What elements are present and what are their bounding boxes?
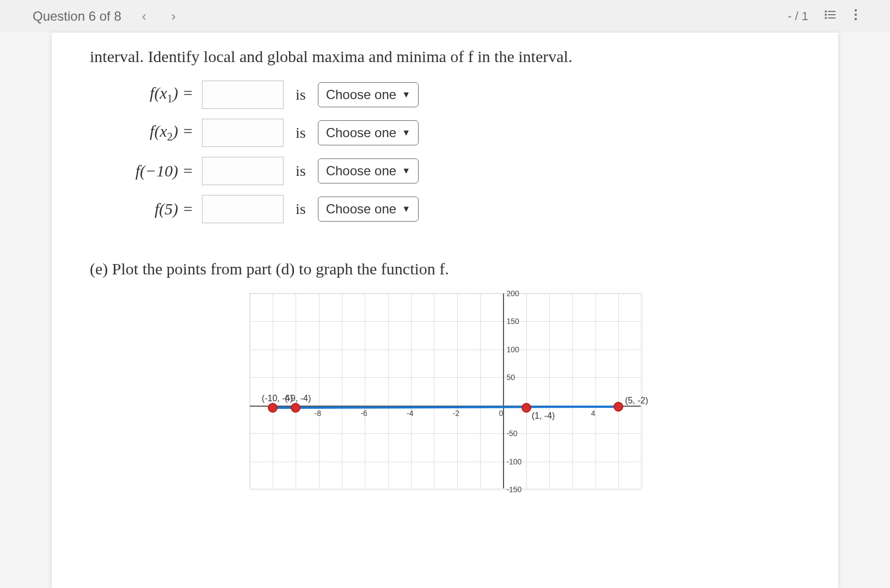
plot-point[interactable] bbox=[613, 402, 623, 412]
toolbar-right: - / 1 bbox=[788, 8, 857, 24]
gridline bbox=[434, 293, 434, 488]
page-content: interval. Identify local and global maxi… bbox=[52, 33, 838, 588]
x-tick-label: -4 bbox=[407, 409, 413, 418]
svg-point-3 bbox=[825, 11, 826, 12]
y-tick-label: 100 bbox=[506, 345, 519, 354]
row-label: f(5) = bbox=[106, 200, 193, 218]
answer-row: f(5) = is Choose one ▼ bbox=[106, 195, 800, 223]
question-prompt: interval. Identify local and global maxi… bbox=[90, 44, 800, 70]
chevron-down-icon: ▼ bbox=[402, 90, 410, 100]
value-input[interactable] bbox=[202, 195, 284, 223]
y-tick-label: -150 bbox=[506, 485, 521, 494]
svg-point-4 bbox=[825, 14, 826, 15]
dropdown-label: Choose one bbox=[326, 201, 396, 217]
x-tick-label: -8 bbox=[315, 409, 321, 418]
gridline bbox=[250, 321, 641, 322]
gridline bbox=[596, 293, 596, 488]
next-button[interactable]: › bbox=[167, 9, 180, 24]
score-display: - / 1 bbox=[788, 9, 808, 23]
gridline bbox=[411, 293, 412, 488]
dropdown-label: Choose one bbox=[326, 125, 396, 140]
gridline bbox=[250, 293, 641, 294]
chevron-down-icon: ▼ bbox=[402, 128, 410, 138]
gridline bbox=[618, 293, 619, 488]
row-label: f(x2) = bbox=[106, 122, 193, 144]
answer-row: f(x1) = is Choose one ▼ bbox=[106, 81, 800, 109]
is-label: is bbox=[296, 86, 306, 103]
svg-point-5 bbox=[825, 17, 826, 19]
chart-container: -8-6-4-204-150-100-5050100150200(-10, -4… bbox=[90, 293, 800, 489]
plot-point[interactable] bbox=[521, 403, 531, 413]
gridline bbox=[250, 489, 641, 490]
is-label: is bbox=[296, 162, 306, 180]
x-tick-label: -6 bbox=[360, 409, 367, 418]
toolbar-left: Question 6 of 8 ‹ › bbox=[33, 9, 180, 24]
toolbar: Question 6 of 8 ‹ › - / 1 bbox=[0, 0, 890, 33]
point-label: (5, -2) bbox=[625, 396, 648, 406]
question-counter: Question 6 of 8 bbox=[33, 9, 121, 24]
is-label: is bbox=[296, 124, 306, 142]
dropdown-label: Choose one bbox=[326, 87, 396, 102]
prev-button[interactable]: ‹ bbox=[138, 9, 151, 24]
x-tick-label: 4 bbox=[591, 409, 596, 418]
answer-row: f(−10) = is Choose one ▼ bbox=[106, 157, 800, 185]
x-tick-label: -2 bbox=[453, 409, 459, 418]
y-tick-label: -50 bbox=[506, 429, 517, 438]
plot-point[interactable] bbox=[268, 403, 278, 413]
classification-dropdown[interactable]: Choose one ▼ bbox=[318, 197, 419, 222]
gridline bbox=[319, 293, 320, 488]
gridline bbox=[250, 433, 641, 434]
gridline bbox=[365, 293, 365, 488]
function-plot[interactable]: -8-6-4-204-150-100-5050100150200(-10, -4… bbox=[249, 293, 641, 489]
svg-point-7 bbox=[855, 14, 857, 16]
part-e-prompt: (e) Plot the points from part (d) to gra… bbox=[90, 256, 800, 282]
gridline bbox=[250, 293, 250, 488]
gridline bbox=[342, 293, 342, 488]
chevron-down-icon: ▼ bbox=[402, 166, 410, 176]
gridline bbox=[296, 293, 296, 488]
plot-point[interactable] bbox=[291, 403, 300, 413]
row-label: f(−10) = bbox=[106, 162, 193, 180]
x-tick-label: 0 bbox=[499, 409, 503, 418]
y-tick-label: 50 bbox=[506, 373, 515, 382]
y-tick-label: 150 bbox=[506, 317, 519, 326]
gridline bbox=[642, 293, 642, 488]
more-icon[interactable] bbox=[854, 8, 857, 24]
list-icon[interactable] bbox=[825, 8, 838, 24]
is-label: is bbox=[296, 200, 306, 218]
classification-dropdown[interactable]: Choose one ▼ bbox=[318, 120, 419, 145]
answer-rows: f(x1) = is Choose one ▼ f(x2) = is Choos… bbox=[106, 81, 800, 223]
classification-dropdown[interactable]: Choose one ▼ bbox=[318, 82, 419, 107]
gridline bbox=[250, 462, 641, 462]
value-input[interactable] bbox=[202, 157, 284, 185]
y-axis bbox=[503, 293, 504, 488]
row-label: f(x1) = bbox=[106, 84, 193, 106]
gridline bbox=[250, 350, 641, 350]
gridline bbox=[388, 293, 389, 488]
svg-point-8 bbox=[855, 18, 857, 20]
answer-row: f(x2) = is Choose one ▼ bbox=[106, 119, 800, 147]
point-label: (-9, -4) bbox=[285, 394, 311, 403]
gridline bbox=[250, 377, 641, 378]
gridline bbox=[480, 293, 481, 488]
svg-point-6 bbox=[855, 9, 857, 11]
point-label: (1, -4) bbox=[532, 411, 555, 421]
gridline bbox=[457, 293, 458, 488]
chevron-down-icon: ▼ bbox=[402, 204, 410, 214]
value-input[interactable] bbox=[202, 119, 284, 147]
value-input[interactable] bbox=[202, 81, 284, 109]
classification-dropdown[interactable]: Choose one ▼ bbox=[318, 158, 419, 183]
gridline bbox=[273, 293, 273, 488]
gridline bbox=[526, 293, 527, 488]
y-tick-label: 200 bbox=[506, 289, 519, 298]
gridline bbox=[572, 293, 573, 488]
y-tick-label: -100 bbox=[506, 457, 521, 466]
dropdown-label: Choose one bbox=[326, 163, 396, 179]
gridline bbox=[549, 293, 550, 488]
